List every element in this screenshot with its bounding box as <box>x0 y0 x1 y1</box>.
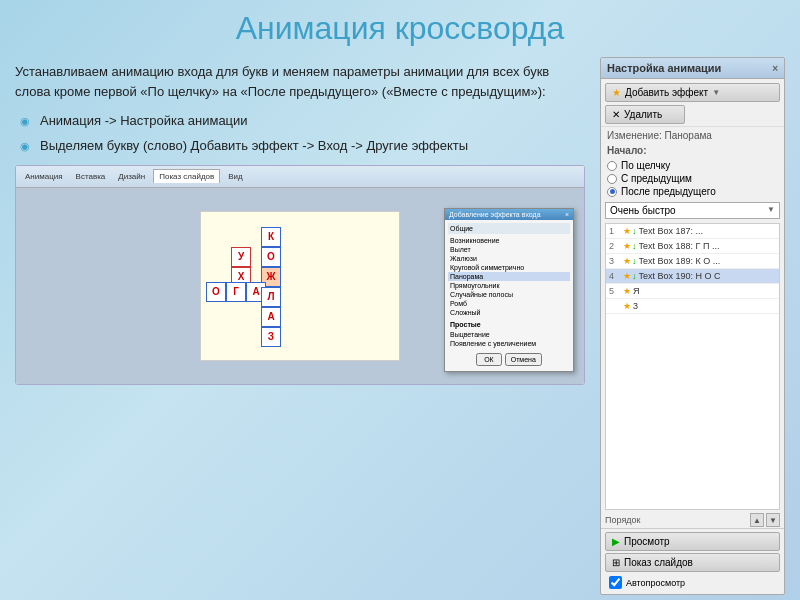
autopreview-label: Автопросмотр <box>626 578 685 588</box>
item-num-5: 5 <box>609 286 621 296</box>
item-text-3: Text Box 189: К О ... <box>639 256 777 266</box>
dialog-section-simple: Простые <box>448 319 570 330</box>
dialog-item-8[interactable]: Ромб <box>448 299 570 308</box>
item-text-6: 3 <box>633 301 776 311</box>
cell-k: К <box>261 227 281 247</box>
ppt-slide-area: К У О Х Ж О Г А Л А З <box>16 188 584 384</box>
dialog-box: Добавление эффекта входа × Общие Возникн… <box>444 208 574 372</box>
dialog-item-4[interactable]: Круговой симметрично <box>448 263 570 272</box>
dialog-item-1[interactable]: Возникновение <box>448 236 570 245</box>
radio-with-prev[interactable]: С предыдущим <box>607 172 778 185</box>
add-effect-label: Добавить эффект <box>625 87 708 98</box>
anim-list-item-2[interactable]: 2 ★ ↓ Text Box 188: Г П ... <box>606 239 779 254</box>
anim-list-item-5[interactable]: 5 ★ Я <box>606 284 779 299</box>
item-num-2: 2 <box>609 241 621 251</box>
radio-label-with-prev: С предыдущим <box>621 173 692 184</box>
anim-list-item-1[interactable]: 1 ★ ↓ Text Box 187: ... <box>606 224 779 239</box>
item-icons-4: ★ ↓ <box>623 271 637 281</box>
arrow-icon-1: ↓ <box>632 226 637 236</box>
dialog-item-2[interactable]: Вылет <box>448 245 570 254</box>
chevron-down-icon: ▼ <box>712 88 720 97</box>
dialog-item-10[interactable]: Выцветание <box>448 330 570 339</box>
anim-footer: ▶ Просмотр ⊞ Показ слайдов Автопросмотр <box>601 528 784 594</box>
anim-list-item-3[interactable]: 3 ★ ↓ Text Box 189: К О ... <box>606 254 779 269</box>
slideshow-label: Показ слайдов <box>624 557 693 568</box>
dialog-item-3[interactable]: Жалюзи <box>448 254 570 263</box>
cell-r: Г <box>226 282 246 302</box>
cell-o2: О <box>206 282 226 302</box>
item-icons-6: ★ <box>623 301 631 311</box>
change-label: Изменение: Панорама <box>601 127 784 142</box>
delete-icon: ✕ <box>612 109 620 120</box>
cell-o1: О <box>261 247 281 267</box>
order-area: Порядок ▲ ▼ <box>601 512 784 528</box>
ppt-tab-view[interactable]: Вид <box>223 170 247 183</box>
speed-chevron-icon: ▼ <box>767 205 775 216</box>
cell-l: Л <box>261 287 281 307</box>
arrow-icon-3: ↓ <box>632 256 637 266</box>
arrow-icon-4: ↓ <box>632 271 637 281</box>
main-container: Анимация кроссворда Устанавливаем анимац… <box>0 0 800 600</box>
autopreview-check[interactable] <box>609 576 622 589</box>
ppt-tab-design[interactable]: Дизайн <box>113 170 150 183</box>
slideshow-button[interactable]: ⊞ Показ слайдов <box>605 553 780 572</box>
dialog-item-5[interactable]: Панорама <box>448 272 570 281</box>
add-effect-button[interactable]: ★ Добавить эффект ▼ <box>605 83 780 102</box>
preview-button[interactable]: ▶ Просмотр <box>605 532 780 551</box>
description-text: Устанавливаем анимацию входа для букв и … <box>15 62 585 101</box>
start-label: Начало: <box>601 142 784 157</box>
ppt-window: Анимация Вставка Дизайн Показ слайдов Ви… <box>16 166 584 384</box>
anim-toolbar: ★ Добавить эффект ▼ ✕ Удалить <box>601 79 784 127</box>
ppt-ribbon: Анимация Вставка Дизайн Показ слайдов Ви… <box>16 166 584 188</box>
item-text-5: Я <box>633 286 776 296</box>
item-icons-1: ★ ↓ <box>623 226 637 236</box>
star-icon-2: ★ <box>623 241 631 251</box>
cell-a2: А <box>261 307 281 327</box>
order-up-button[interactable]: ▲ <box>750 513 764 527</box>
dialog-close-icon[interactable]: × <box>565 211 569 218</box>
ppt-tab-animation[interactable]: Анимация <box>20 170 68 183</box>
dialog-item-11[interactable]: Появление с увеличением <box>448 339 570 348</box>
content-area: Устанавливаем анимацию входа для букв и … <box>15 57 785 595</box>
radio-dot-after-prev <box>607 187 617 197</box>
star-icon-5: ★ <box>623 286 631 296</box>
play-icon: ▶ <box>612 536 620 547</box>
radio-after-prev[interactable]: После предыдущего <box>607 185 778 198</box>
delete-button[interactable]: ✕ Удалить <box>605 105 685 124</box>
right-panel: Настройка анимации × ★ Добавить эффект ▼… <box>600 57 785 595</box>
dialog-item-9[interactable]: Сложный <box>448 308 570 317</box>
dialog-cancel-button[interactable]: Отмена <box>505 353 542 366</box>
radio-dot-click <box>607 161 617 171</box>
item-text-4: Text Box 190: Н О С <box>639 271 777 281</box>
anim-list-item-4[interactable]: 4 ★ ↓ Text Box 190: Н О С <box>606 269 779 284</box>
autopreview-checkbox[interactable]: Автопросмотр <box>605 574 780 591</box>
dialog-title: Добавление эффекта входа × <box>445 209 573 220</box>
bullet-item-1: Анимация -> Настройка анимации <box>20 111 585 132</box>
left-panel: Устанавливаем анимацию входа для букв и … <box>15 57 590 595</box>
cell-u: У <box>231 247 251 267</box>
anim-panel-close-button[interactable]: × <box>772 63 778 74</box>
star-icon: ★ <box>612 87 621 98</box>
radio-dot-with-prev <box>607 174 617 184</box>
order-down-button[interactable]: ▼ <box>766 513 780 527</box>
ppt-body: К У О Х Ж О Г А Л А З <box>16 188 584 384</box>
item-text-2: Text Box 188: Г П ... <box>639 241 777 251</box>
dialog-content: Общие Возникновение Вылет Жалюзи Кругово… <box>445 220 573 371</box>
ppt-tab-slideshow[interactable]: Показ слайдов <box>153 169 220 183</box>
dialog-ok-button[interactable]: ОК <box>476 353 502 366</box>
dialog-item-6[interactable]: Прямоугольник <box>448 281 570 290</box>
order-text: Порядок <box>605 515 640 525</box>
anim-list-item-6[interactable]: ★ 3 <box>606 299 779 314</box>
ppt-slide: К У О Х Ж О Г А Л А З <box>200 211 400 361</box>
ppt-tab-insert[interactable]: Вставка <box>71 170 111 183</box>
anim-panel-title-text: Настройка анимации <box>607 62 721 74</box>
speed-dropdown[interactable]: Очень быстро ▼ <box>605 202 780 219</box>
item-num-4: 4 <box>609 271 621 281</box>
star-icon-4: ★ <box>623 271 631 281</box>
radio-on-click[interactable]: По щелчку <box>607 159 778 172</box>
delete-label: Удалить <box>624 109 662 120</box>
dialog-title-text: Добавление эффекта входа <box>449 211 541 218</box>
item-icons-2: ★ ↓ <box>623 241 637 251</box>
dialog-item-7[interactable]: Случайные полосы <box>448 290 570 299</box>
dialog-tab-general[interactable]: Общие <box>448 223 570 234</box>
